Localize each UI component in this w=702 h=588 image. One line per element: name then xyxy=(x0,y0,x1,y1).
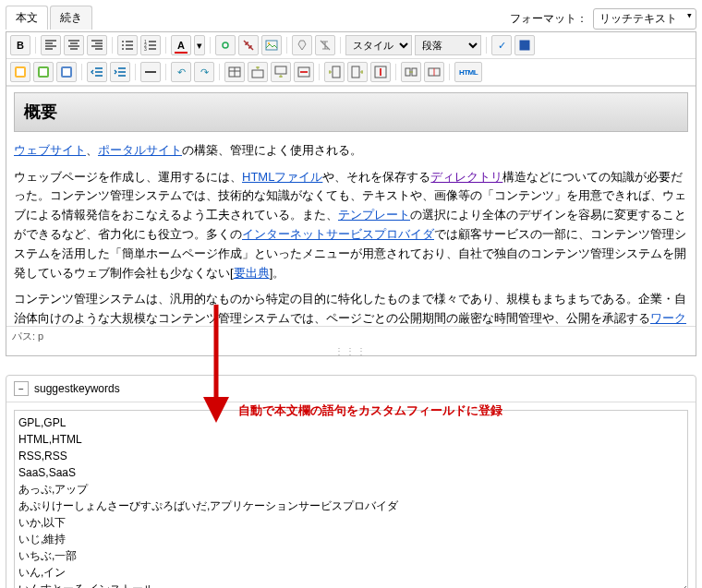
remove-format-button[interactable] xyxy=(315,35,335,55)
paragraph-3: コンテンツ管理システムは、汎用的なものから特定の目的に特化したものまで様々であり… xyxy=(14,290,688,326)
wp-more-button[interactable] xyxy=(56,62,77,82)
ordered-list-button[interactable]: 123 xyxy=(140,35,161,55)
text-color-dropdown[interactable]: ▾ xyxy=(194,35,205,55)
html-mode-button[interactable]: HTML xyxy=(454,62,482,82)
split-cells-button[interactable] xyxy=(424,62,444,82)
table-button[interactable] xyxy=(224,62,245,82)
merge-cells-button[interactable] xyxy=(401,62,421,82)
style-select[interactable]: スタイル xyxy=(345,35,412,55)
link-button[interactable] xyxy=(215,35,236,55)
paragraph-2: ウェッブページを作成し、運用するには、HTMLファイルや、それを保存するディレク… xyxy=(14,168,688,283)
table-col-before-button[interactable] xyxy=(324,62,345,82)
wp-gallery-button[interactable] xyxy=(10,62,30,82)
svg-rect-16 xyxy=(252,70,263,78)
path-bar: パス: p xyxy=(6,326,696,346)
paragraph-1: ウェブサイト、ポータルサイトの構築、管理によく使用される。 xyxy=(14,141,688,161)
svg-rect-6 xyxy=(266,41,277,50)
table-row-before-button[interactable] xyxy=(248,62,268,82)
clean-button[interactable] xyxy=(292,35,312,55)
text-color-button[interactable]: A xyxy=(171,35,191,55)
tab-body[interactable]: 本文 xyxy=(6,6,48,30)
svg-rect-20 xyxy=(352,66,359,78)
unordered-list-button[interactable] xyxy=(117,35,138,55)
table-delete-row-button[interactable] xyxy=(294,62,314,82)
hr-button[interactable] xyxy=(140,62,161,82)
link-isp[interactable]: インターネットサービスプロバイダ xyxy=(242,227,434,241)
wp-media-button[interactable] xyxy=(33,62,54,82)
svg-point-0 xyxy=(122,41,124,42)
link-portal[interactable]: ポータルサイト xyxy=(98,143,182,157)
paragraph-select[interactable]: 段落 xyxy=(415,35,481,55)
link-html-file[interactable]: HTMLファイル xyxy=(242,170,322,184)
svg-rect-14 xyxy=(63,68,70,76)
editor-content[interactable]: 概要 ウェブサイト、ポータルサイトの構築、管理によく使用される。 ウェッブページ… xyxy=(6,86,696,326)
bold-button[interactable]: B xyxy=(10,35,30,55)
custom-field-title: suggestkeywords xyxy=(34,382,120,395)
content-heading: 概要 xyxy=(14,92,688,132)
rich-text-editor: B 123 A ▾ スタイル 段落 ✓ ↶ ↷ xyxy=(6,31,696,356)
fullscreen-button[interactable] xyxy=(514,35,535,55)
link-template[interactable]: テンプレート xyxy=(338,208,410,222)
keywords-textarea[interactable] xyxy=(14,410,688,588)
link-directory[interactable]: ディレクトリ xyxy=(430,170,502,184)
svg-rect-17 xyxy=(275,66,286,74)
format-label: フォーマット： xyxy=(510,11,587,27)
align-left-button[interactable] xyxy=(41,35,61,55)
redo-button[interactable]: ↷ xyxy=(194,62,214,82)
svg-rect-19 xyxy=(333,66,340,78)
spellcheck-button[interactable]: ✓ xyxy=(491,35,512,55)
table-row-after-button[interactable] xyxy=(271,62,291,82)
undo-button[interactable]: ↶ xyxy=(171,62,191,82)
collapse-toggle[interactable]: − xyxy=(14,381,29,396)
table-col-after-button[interactable] xyxy=(347,62,368,82)
format-select[interactable]: リッチテキスト xyxy=(593,8,696,30)
link-citation-needed[interactable]: 要出典 xyxy=(234,266,270,280)
svg-rect-10 xyxy=(17,68,24,76)
outdent-button[interactable] xyxy=(87,62,107,82)
table-delete-col-button[interactable] xyxy=(370,62,391,82)
align-right-button[interactable] xyxy=(87,35,107,55)
svg-rect-8 xyxy=(520,41,529,50)
image-button[interactable] xyxy=(261,35,282,55)
editor-tabs: 本文 続き xyxy=(6,6,92,30)
toolbar-row-1: B 123 A ▾ スタイル 段落 ✓ xyxy=(6,32,696,59)
tab-continue[interactable]: 続き xyxy=(50,6,92,30)
svg-point-2 xyxy=(122,48,124,50)
resize-handle[interactable]: ⋮⋮⋮ xyxy=(6,346,696,355)
svg-point-1 xyxy=(122,44,124,46)
svg-text:3: 3 xyxy=(144,46,147,52)
link-website[interactable]: ウェブサイト xyxy=(14,143,86,157)
toolbar-row-2: ↶ ↷ HTML xyxy=(6,59,696,86)
indent-button[interactable] xyxy=(110,62,130,82)
unlink-button[interactable] xyxy=(238,35,259,55)
custom-field-box: − suggestkeywords xyxy=(6,375,696,588)
svg-rect-12 xyxy=(40,68,47,76)
align-center-button[interactable] xyxy=(64,35,84,55)
